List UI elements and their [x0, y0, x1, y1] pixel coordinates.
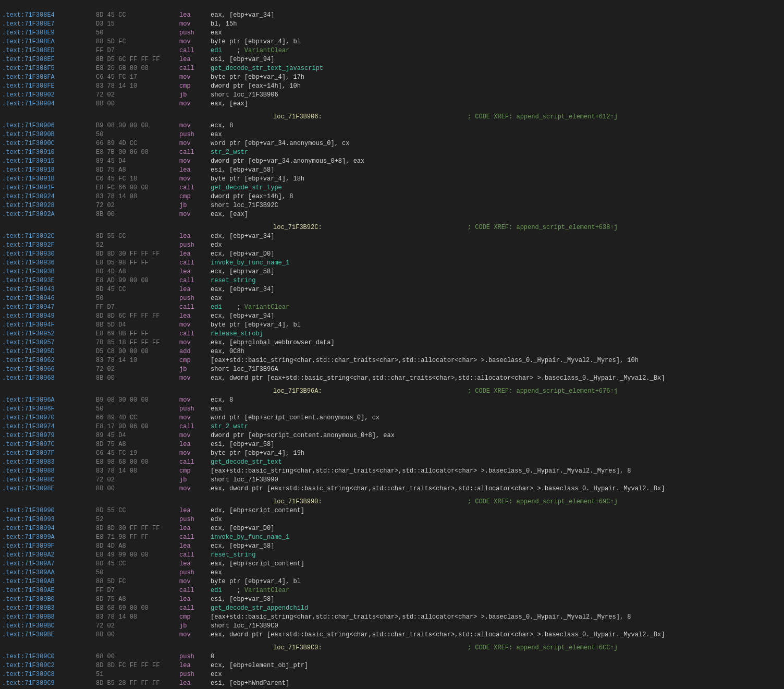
- asm-line: .text:71F308E7D3 15movbl, 15h: [0, 20, 784, 29]
- operands: ecx, 8: [211, 396, 782, 405]
- empty-line: [0, 383, 784, 387]
- asm-line: .text:71F3092C8D 55 CCleaedx, [ebp+var_3…: [0, 232, 784, 241]
- asm-line: .text:71F309C851pushecx: [0, 670, 784, 679]
- operands: str_2_wstr: [211, 148, 782, 157]
- bytes: 50: [96, 130, 179, 139]
- operands: eax: [211, 294, 782, 303]
- asm-line: .text:71F3096283 78 14 10cmp[eax+std::ba…: [0, 356, 784, 365]
- asm-line: .text:71F309C28D 8D FC FE FF FFleaecx, […: [0, 661, 784, 670]
- address: .text:71F3091F: [2, 184, 96, 192]
- asm-line: .text:71F308FAC6 45 FC 17movbyte ptr [eb…: [0, 73, 784, 82]
- mnemonic: call: [179, 604, 211, 613]
- address: .text:71F308EA: [2, 38, 96, 46]
- address: .text:71F308F5: [2, 64, 96, 73]
- operands: ecx, [ebp+element_obj_ptr]: [211, 661, 782, 670]
- address: .text:71F309AA: [2, 569, 96, 577]
- mnemonic: mov: [179, 449, 211, 458]
- bytes: C6 45 FC 17: [96, 73, 179, 82]
- operands: 0: [211, 652, 782, 661]
- asm-line: .text:71F3090272 02jbshort loc_71F3B906: [0, 91, 784, 100]
- operands: short loc_71F3B9C0: [211, 622, 782, 631]
- mnemonic: mov: [179, 100, 211, 108]
- inline-comment: VariantClear: [244, 47, 289, 54]
- address: .text:71F3091B: [2, 175, 96, 184]
- mnemonic: mov: [179, 157, 211, 166]
- bytes: FF D7: [96, 303, 179, 312]
- bytes: E8 71 98 FF FF: [96, 533, 179, 542]
- address: .text:71F3096A: [2, 396, 96, 405]
- address: .text:71F30957: [2, 339, 96, 347]
- address: .text:71F309B0: [2, 595, 96, 604]
- mnemonic: push: [179, 515, 211, 524]
- asm-line: .text:71F3091BC6 45 FC 18movbyte ptr [eb…: [0, 175, 784, 184]
- mnemonic: jb: [179, 201, 211, 210]
- bytes: D3 15: [96, 20, 179, 29]
- operands: eax, [ebp+script_content]: [211, 560, 782, 569]
- bytes: 8D 45 CC: [96, 285, 179, 294]
- empty-line: [0, 493, 784, 498]
- asm-line: .text:71F309498D 8D 6C FF FF FFleaecx, […: [0, 312, 784, 321]
- address: .text:71F3092F: [2, 241, 96, 250]
- operands: reset_string: [211, 276, 782, 285]
- label-line: loc_71F3B96A: ; CODE XREF: append_script…: [0, 387, 784, 396]
- asm-line: .text:71F309AA50pusheax: [0, 569, 784, 577]
- mnemonic: call: [179, 148, 211, 157]
- bytes: 8D 75 A8: [96, 440, 179, 449]
- operands: get_decode_str_appendchild: [211, 604, 782, 613]
- address: .text:71F308EF: [2, 55, 96, 64]
- mnemonic: mov: [179, 631, 211, 639]
- operands: short loc_71F3B990: [211, 476, 782, 485]
- mnemonic: call: [179, 259, 211, 268]
- operands: eax, [eax]: [211, 100, 782, 108]
- operands: invoke_by_func_name_1: [211, 533, 782, 542]
- asm-line: .text:71F3097FC6 45 FC 19movbyte ptr [eb…: [0, 449, 784, 458]
- address: .text:71F30947: [2, 303, 96, 312]
- asm-line: .text:71F3093EE8 AD 99 00 00callreset_st…: [0, 276, 784, 285]
- asm-line: .text:71F309B3E8 68 69 00 00callget_deco…: [0, 604, 784, 613]
- mnemonic: call: [179, 458, 211, 467]
- bytes: 83 78 14 08: [96, 467, 179, 476]
- operands: edx, [ebp+script_content]: [211, 506, 782, 515]
- asm-line: .text:71F3096AB9 08 00 00 00movecx, 8: [0, 396, 784, 405]
- mnemonic: lea: [179, 506, 211, 515]
- asm-line: .text:71F309BE8B 00moveax, dword ptr [ea…: [0, 631, 784, 639]
- mnemonic: push: [179, 29, 211, 38]
- bytes: 8D 45 CC: [96, 11, 179, 20]
- bytes: 83 78 14 08: [96, 613, 179, 622]
- mnemonic: call: [179, 303, 211, 312]
- operands: bl, 15h: [211, 20, 782, 29]
- address: .text:71F309A7: [2, 560, 96, 569]
- xref-comment: ; CODE XREF: append_script_element+638↑j: [377, 223, 618, 232]
- bytes: 83 78 14 10: [96, 356, 179, 365]
- mnemonic: call: [179, 422, 211, 431]
- address: .text:71F309C9: [2, 679, 96, 688]
- mnemonic: call: [179, 184, 211, 192]
- operands: eax, 0C8h: [211, 347, 782, 356]
- asm-line: .text:71F3090B50pusheax: [0, 130, 784, 139]
- address: .text:71F30943: [2, 285, 96, 294]
- address: .text:71F30910: [2, 148, 96, 157]
- mnemonic: mov: [179, 122, 211, 130]
- xref-comment: ; CODE XREF: append_script_element+69C↑j: [377, 498, 618, 506]
- operands: byte ptr [ebp+var_4], 19h: [211, 449, 782, 458]
- asm-line: .text:71F309AB88 5D FCmovbyte ptr [ebp+v…: [0, 577, 784, 586]
- operands: edx: [211, 515, 782, 524]
- mnemonic: lea: [179, 542, 211, 551]
- mnemonic: lea: [179, 268, 211, 276]
- mnemonic: mov: [179, 73, 211, 82]
- address: .text:71F30904: [2, 100, 96, 108]
- mnemonic: lea: [179, 560, 211, 569]
- bytes: B9 08 00 00 00: [96, 122, 179, 130]
- mnemonic: lea: [179, 595, 211, 604]
- mnemonic: cmp: [179, 467, 211, 476]
- address: .text:71F309BC: [2, 622, 96, 631]
- operands: dword ptr [ebp+script_content.anonymous_…: [211, 431, 782, 440]
- address: .text:71F30966: [2, 365, 96, 374]
- bytes: 83 78 14 10: [96, 82, 179, 91]
- mnemonic: call: [179, 330, 211, 339]
- asm-line: .text:71F309577B 85 18 FF FF FFmoveax, […: [0, 339, 784, 347]
- operands: get_decode_str_type: [211, 184, 782, 192]
- address: .text:71F30968: [2, 374, 96, 383]
- label-line: loc_71F3B906: ; CODE XREF: append_script…: [0, 113, 784, 122]
- label-name: loc_71F3B990:: [273, 498, 377, 506]
